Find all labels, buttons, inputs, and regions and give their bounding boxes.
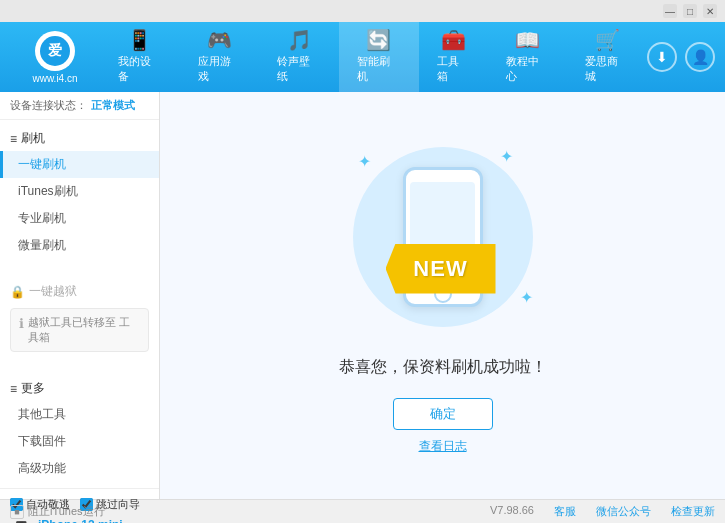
logo: 爱 www.i4.cn bbox=[10, 31, 100, 84]
circle-background: NEW bbox=[353, 147, 533, 327]
nav-app-game[interactable]: 🎮 应用游戏 bbox=[180, 22, 260, 92]
sidebar: 设备连接状态： 正常模式 ≡ 刷机 一键刷机 iTunes刷机 专业刷机 微量刷… bbox=[0, 92, 160, 499]
app-game-icon: 🎮 bbox=[207, 30, 232, 50]
sidebar-item-pro-flash[interactable]: 专业刷机 bbox=[0, 205, 159, 232]
status-value: 正常模式 bbox=[91, 98, 135, 113]
sidebar-item-one-key-flash[interactable]: 一键刷机 bbox=[0, 151, 159, 178]
flash-section-label: 刷机 bbox=[21, 130, 45, 147]
more-section-icon: ≡ bbox=[10, 382, 17, 396]
stop-itunes-control[interactable]: ■ 阻止iTunes运行 bbox=[10, 504, 105, 519]
flash-section: ≡ 刷机 一键刷机 iTunes刷机 专业刷机 微量刷机 bbox=[0, 120, 159, 265]
logo-icon: 爱 bbox=[35, 31, 75, 71]
check-update-link[interactable]: 检查更新 bbox=[671, 504, 715, 519]
flash-section-header: ≡ 刷机 bbox=[0, 126, 159, 151]
service-link[interactable]: 客服 bbox=[554, 504, 576, 519]
minimize-button[interactable]: — bbox=[663, 4, 677, 18]
nav-smart-flash-label: 智能刷机 bbox=[357, 54, 401, 84]
nav-my-device-label: 我的设备 bbox=[118, 54, 162, 84]
nav-items: 📱 我的设备 🎮 应用游戏 🎵 铃声壁纸 🔄 智能刷机 🧰 工具箱 📖 教程中心… bbox=[100, 22, 647, 92]
nav-my-device[interactable]: 📱 我的设备 bbox=[100, 22, 180, 92]
phone-body: NEW bbox=[403, 167, 483, 307]
status-label: 设备连接状态： bbox=[10, 98, 87, 113]
header: 爱 www.i4.cn 📱 我的设备 🎮 应用游戏 🎵 铃声壁纸 🔄 智能刷机 … bbox=[0, 22, 725, 92]
nav-toolbox-label: 工具箱 bbox=[437, 54, 470, 84]
wechat-link[interactable]: 微信公众号 bbox=[596, 504, 651, 519]
stop-itunes-label: 阻止iTunes运行 bbox=[28, 504, 105, 519]
success-message: 恭喜您，保资料刷机成功啦！ bbox=[339, 357, 547, 378]
download-button[interactable]: ⬇ bbox=[647, 42, 677, 72]
ringtone-icon: 🎵 bbox=[287, 30, 312, 50]
sparkle-3: ✦ bbox=[520, 288, 533, 307]
main-content: NEW ✦ ✦ ✦ 恭喜您，保资料刷机成功啦！ 确定 查看日志 bbox=[160, 92, 725, 499]
jailbreak-section-header: 🔒 一键越狱 bbox=[0, 279, 159, 304]
tutorial-icon: 📖 bbox=[515, 30, 540, 50]
maximize-button[interactable]: □ bbox=[683, 4, 697, 18]
nav-tutorial[interactable]: 📖 教程中心 bbox=[488, 22, 568, 92]
confirm-button[interactable]: 确定 bbox=[393, 398, 493, 430]
logo-subtext: www.i4.cn bbox=[32, 73, 77, 84]
shop-icon: 🛒 bbox=[595, 30, 620, 50]
version-label: V7.98.66 bbox=[490, 504, 534, 519]
flash-section-icon: ≡ bbox=[10, 132, 17, 146]
nav-ringtone[interactable]: 🎵 铃声壁纸 bbox=[259, 22, 339, 92]
jailbreak-note: ℹ 越狱工具已转移至 工具箱 bbox=[10, 308, 149, 352]
header-actions: ⬇ 👤 bbox=[647, 42, 715, 72]
toolbox-icon: 🧰 bbox=[441, 30, 466, 50]
more-section-header: ≡ 更多 bbox=[0, 376, 159, 401]
main-area: 设备连接状态： 正常模式 ≡ 刷机 一键刷机 iTunes刷机 专业刷机 微量刷… bbox=[0, 92, 725, 499]
sparkle-2: ✦ bbox=[500, 147, 513, 166]
footer-right: V7.98.66 客服 微信公众号 检查更新 bbox=[490, 504, 715, 519]
sidebar-item-advanced[interactable]: 高级功能 bbox=[0, 455, 159, 482]
nav-shop[interactable]: 🛒 爱思商城 bbox=[567, 22, 647, 92]
nav-app-game-label: 应用游戏 bbox=[198, 54, 242, 84]
sparkle-1: ✦ bbox=[358, 152, 371, 171]
sidebar-item-itunes-flash[interactable]: iTunes刷机 bbox=[0, 178, 159, 205]
jailbreak-section: 🔒 一键越狱 ℹ 越狱工具已转移至 工具箱 bbox=[0, 273, 159, 362]
nav-smart-flash[interactable]: 🔄 智能刷机 bbox=[339, 22, 419, 92]
smart-flash-icon: 🔄 bbox=[366, 30, 391, 50]
footer-left: ■ 阻止iTunes运行 bbox=[10, 504, 105, 519]
nav-tutorial-label: 教程中心 bbox=[506, 54, 550, 84]
title-bar: — □ ✕ bbox=[0, 0, 725, 22]
new-badge: NEW bbox=[386, 244, 496, 294]
nav-ringtone-label: 铃声壁纸 bbox=[277, 54, 321, 84]
my-device-icon: 📱 bbox=[127, 30, 152, 50]
more-section: ≡ 更多 其他工具 下载固件 高级功能 bbox=[0, 370, 159, 488]
sidebar-item-download-firmware[interactable]: 下载固件 bbox=[0, 428, 159, 455]
device-status-bar: 设备连接状态： 正常模式 bbox=[0, 92, 159, 120]
more-section-label: 更多 bbox=[21, 380, 45, 397]
jailbreak-section-label: 一键越狱 bbox=[29, 283, 77, 300]
sidebar-item-other-tools[interactable]: 其他工具 bbox=[0, 401, 159, 428]
sidebar-item-micro-flash[interactable]: 微量刷机 bbox=[0, 232, 159, 259]
logo-inner: 爱 bbox=[40, 36, 70, 66]
account-button[interactable]: 👤 bbox=[685, 42, 715, 72]
stop-icon: ■ bbox=[10, 505, 24, 519]
nav-toolbox[interactable]: 🧰 工具箱 bbox=[419, 22, 488, 92]
nav-shop-label: 爱思商城 bbox=[585, 54, 629, 84]
phone-illustration: NEW ✦ ✦ ✦ bbox=[343, 137, 543, 337]
info-icon: ℹ bbox=[19, 316, 24, 331]
lock-icon: 🔒 bbox=[10, 285, 25, 299]
close-button[interactable]: ✕ bbox=[703, 4, 717, 18]
history-link[interactable]: 查看日志 bbox=[419, 438, 467, 455]
jailbreak-note-text: 越狱工具已转移至 工具箱 bbox=[28, 315, 140, 345]
